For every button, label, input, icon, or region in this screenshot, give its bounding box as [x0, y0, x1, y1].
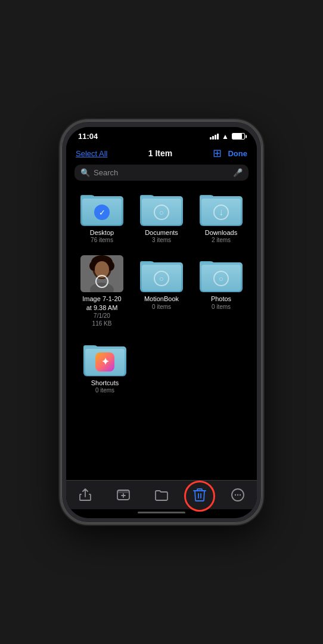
share-button[interactable]	[72, 485, 98, 507]
file-item-photos[interactable]: ○ Photos 0 items	[194, 255, 248, 327]
file-item-shortcuts[interactable]: ✦ Shortcuts 0 items	[78, 339, 132, 394]
documents-count: 3 items	[152, 237, 171, 243]
more-button[interactable]	[225, 485, 251, 507]
image-name: Image 7-1-20at 9.38 AM	[82, 295, 121, 312]
motionbook-folder-icon: ○	[140, 255, 183, 292]
svg-point-13	[240, 494, 241, 495]
search-input-wrap[interactable]: 🔍 Search 🎤	[74, 165, 249, 181]
select-all-button[interactable]: Select All	[76, 149, 107, 158]
nav-bar: Select All 1 Item ⊞ Done	[66, 143, 257, 162]
delete-button[interactable]	[187, 485, 213, 507]
downloads-count: 2 items	[212, 237, 231, 243]
shortcuts-count: 0 items	[95, 387, 114, 394]
search-icon: 🔍	[80, 168, 90, 177]
done-button[interactable]: Done	[228, 149, 247, 158]
status-time: 11:04	[78, 132, 98, 141]
shortcuts-icon-symbol: ✦	[101, 356, 109, 367]
motionbook-count: 0 items	[152, 304, 171, 310]
image-size: 116 KB	[92, 320, 112, 327]
battery-icon	[232, 133, 245, 140]
documents-badge: ○	[154, 205, 169, 220]
file-item-desktop[interactable]: ✓ Desktop 76 items	[75, 189, 129, 243]
folder-button[interactable]	[148, 485, 175, 507]
photos-badge: ○	[213, 271, 229, 286]
search-input[interactable]: Search	[94, 168, 229, 177]
motionbook-badge: ○	[154, 271, 169, 286]
file-item-downloads[interactable]: ↓ Downloads 2 items	[194, 189, 248, 243]
svg-point-11	[235, 494, 236, 495]
image-date: 7/1/20	[94, 312, 110, 320]
phone-frame: 11:04 ▲ Select All 1 Item ⊞ Done	[60, 119, 263, 525]
photos-folder-icon: ○	[200, 255, 243, 292]
desktop-folder-icon: ✓	[80, 189, 123, 226]
folder-icon	[154, 489, 169, 504]
downloads-badge: ↓	[213, 205, 229, 220]
file-row-2: ✦ Shortcuts 0 items	[72, 339, 251, 394]
desktop-check-badge: ✓	[94, 205, 110, 220]
shortcuts-name: Shortcuts	[91, 379, 119, 387]
add-icon	[117, 488, 130, 504]
image-thumbnail	[80, 255, 123, 292]
desktop-name: Desktop	[90, 228, 114, 237]
photos-count: 0 items	[212, 304, 231, 310]
motionbook-name: MotionBook	[144, 295, 179, 303]
documents-name: Documents	[145, 228, 178, 237]
file-row-1: Image 7-1-20at 9.38 AM 7/1/20 116 KB ○ M…	[72, 255, 251, 327]
svg-point-12	[237, 494, 238, 495]
photos-name: Photos	[211, 295, 231, 303]
search-bar: 🔍 Search 🎤	[66, 162, 257, 185]
signal-icon	[210, 134, 219, 140]
downloads-folder-icon: ↓	[200, 189, 243, 226]
mic-icon: 🎤	[233, 168, 243, 177]
home-indicator	[66, 509, 257, 518]
svg-rect-9	[117, 490, 129, 493]
bottom-toolbar	[66, 480, 257, 509]
add-button[interactable]	[110, 485, 136, 507]
file-item-documents[interactable]: ○ Documents 3 items	[135, 189, 188, 243]
home-bar	[138, 512, 185, 513]
desktop-count: 76 items	[91, 237, 113, 243]
status-bar: 11:04 ▲	[66, 127, 257, 143]
downloads-name: Downloads	[205, 228, 237, 237]
file-item-motionbook[interactable]: ○ MotionBook 0 items	[135, 255, 188, 327]
wifi-icon: ▲	[222, 132, 229, 141]
share-icon	[79, 488, 91, 504]
nav-right-actions: ⊞ Done	[213, 147, 247, 160]
trash-icon	[193, 488, 206, 505]
phone-screen: 11:04 ▲ Select All 1 Item ⊞ Done	[66, 127, 257, 518]
file-row-0: ✓ Desktop 76 items ○ Documents 3 items	[72, 189, 251, 243]
file-item-image[interactable]: Image 7-1-20at 9.38 AM 7/1/20 116 KB	[75, 255, 129, 327]
grid-view-icon[interactable]: ⊞	[213, 147, 222, 160]
nav-title: 1 Item	[148, 148, 172, 158]
file-grid: ✓ Desktop 76 items ○ Documents 3 items	[66, 185, 257, 480]
more-icon	[231, 488, 245, 505]
status-icons: ▲	[210, 132, 245, 141]
documents-folder-icon: ○	[140, 189, 183, 226]
shortcuts-folder-icon: ✦	[83, 339, 126, 376]
